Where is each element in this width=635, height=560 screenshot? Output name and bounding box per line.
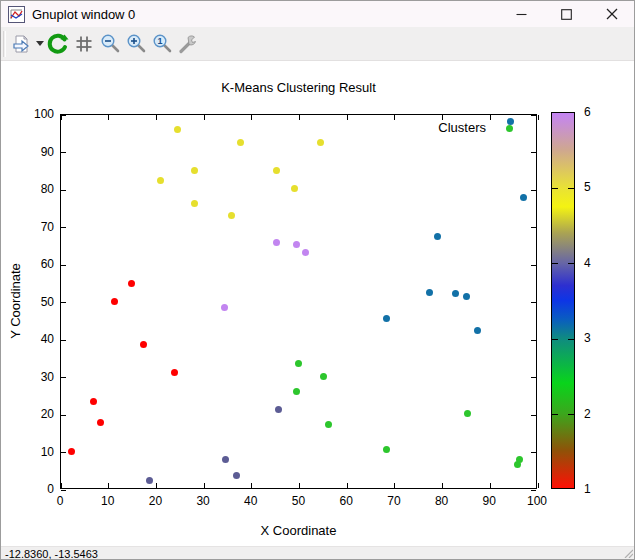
colorbar-tick-mark (568, 414, 574, 415)
data-point-cluster-5 (191, 167, 198, 174)
data-point-cluster-6 (273, 239, 280, 246)
grid-icon (74, 34, 94, 54)
y-tick-label: 50 (1, 295, 54, 309)
y-tick-label: 70 (1, 220, 54, 234)
colorbar-tick-mark (568, 263, 574, 264)
x-axis-label: X Coordinate (60, 523, 537, 538)
data-point-cluster-1 (140, 341, 147, 348)
y-tick-mark (531, 227, 536, 228)
window-title: Gnuplot window 0 (32, 7, 499, 22)
close-button[interactable] (589, 1, 634, 27)
y-tick-mark (61, 377, 66, 378)
x-tick-label: 50 (281, 494, 317, 508)
x-tick-label: 60 (328, 494, 364, 508)
data-point-cluster-4 (146, 477, 153, 484)
export-document-icon (12, 34, 32, 54)
y-tick-mark (531, 152, 536, 153)
data-point-cluster-5 (174, 126, 181, 133)
y-tick-mark (61, 302, 66, 303)
resize-grip-icon (623, 548, 633, 558)
resize-grip[interactable] (623, 548, 633, 560)
plot-area[interactable] (60, 114, 537, 489)
caption-buttons (499, 1, 634, 27)
y-tick-label: 80 (1, 182, 54, 196)
title-bar: Gnuplot window 0 (1, 1, 634, 27)
y-tick-mark (61, 152, 66, 153)
y-tick-mark (531, 302, 536, 303)
wrench-icon (177, 33, 199, 55)
data-point-cluster-1 (90, 398, 97, 405)
data-point-cluster-1 (97, 419, 104, 426)
x-tick-mark (538, 115, 539, 120)
options-button[interactable] (175, 30, 201, 58)
export-dropdown-button[interactable] (35, 30, 45, 58)
y-tick-mark (61, 340, 66, 341)
chevron-down-icon (36, 41, 44, 46)
x-tick-mark (394, 115, 395, 120)
x-tick-label: 10 (90, 494, 126, 508)
y-tick-mark (531, 190, 536, 191)
data-point-cluster-4 (222, 456, 229, 463)
data-point-cluster-3 (426, 289, 433, 296)
x-tick-label: 70 (376, 494, 412, 508)
y-tick-label: 90 (1, 145, 54, 159)
y-tick-mark (531, 115, 536, 116)
x-tick-label: 30 (185, 494, 221, 508)
data-point-cluster-1 (128, 280, 135, 287)
y-tick-mark (531, 452, 536, 453)
toolbar-handle[interactable] (3, 31, 6, 57)
data-point-cluster-1 (171, 369, 178, 376)
data-point-cluster-2 (320, 373, 327, 380)
colorbar-tick-label: 2 (584, 407, 591, 421)
x-tick-label: 20 (137, 494, 173, 508)
x-tick-mark (299, 483, 300, 488)
x-tick-mark (251, 115, 252, 120)
data-point-cluster-5 (291, 185, 298, 192)
colorbar-tick-label: 6 (584, 105, 591, 119)
replot-button[interactable] (45, 30, 71, 58)
x-tick-label: 90 (471, 494, 507, 508)
colorbar-tick-label: 3 (584, 331, 591, 345)
data-point-cluster-3 (507, 118, 514, 125)
status-bar: -12.8360, -13.5463 (1, 546, 634, 560)
cursor-coordinates: -12.8360, -13.5463 (5, 548, 98, 560)
y-tick-label: 20 (1, 407, 54, 421)
data-point-cluster-3 (383, 315, 390, 322)
zoom-previous-button[interactable] (97, 30, 123, 58)
colorbar-tick-mark (552, 414, 558, 415)
y-tick-mark (61, 415, 66, 416)
data-point-cluster-2 (464, 410, 471, 417)
y-tick-label: 60 (1, 257, 54, 271)
data-point-cluster-2 (295, 360, 302, 367)
plot-canvas: K-Means Clustering Result Clusters Y Coo… (1, 61, 635, 546)
unzoom-button[interactable]: 1 (149, 30, 175, 58)
data-point-cluster-2 (506, 125, 513, 132)
data-point-cluster-4 (233, 472, 240, 479)
data-point-cluster-6 (293, 241, 300, 248)
data-point-cluster-1 (111, 298, 118, 305)
minimize-button[interactable] (499, 1, 544, 27)
zoom-next-button[interactable] (123, 30, 149, 58)
export-button[interactable] (9, 30, 35, 58)
y-tick-mark (61, 490, 66, 491)
x-tick-mark (442, 115, 443, 120)
colorbar-tick-mark (568, 188, 574, 189)
toolbar: 1 (1, 27, 634, 61)
data-point-cluster-6 (221, 304, 228, 311)
chart-title: K-Means Clustering Result (60, 80, 537, 95)
x-tick-mark (108, 115, 109, 120)
data-point-cluster-5 (317, 139, 324, 146)
x-tick-label: 0 (42, 494, 78, 508)
y-tick-mark (531, 377, 536, 378)
x-tick-mark (61, 483, 62, 488)
maximize-button[interactable] (544, 1, 589, 27)
data-point-cluster-5 (273, 167, 280, 174)
x-tick-mark (156, 115, 157, 120)
data-point-cluster-6 (302, 249, 309, 256)
zoom-in-magnifier-icon (126, 33, 147, 54)
grid-button[interactable] (71, 30, 97, 58)
data-point-cluster-3 (463, 293, 470, 300)
x-tick-mark (394, 483, 395, 488)
data-point-cluster-5 (237, 139, 244, 146)
x-tick-mark (347, 115, 348, 120)
